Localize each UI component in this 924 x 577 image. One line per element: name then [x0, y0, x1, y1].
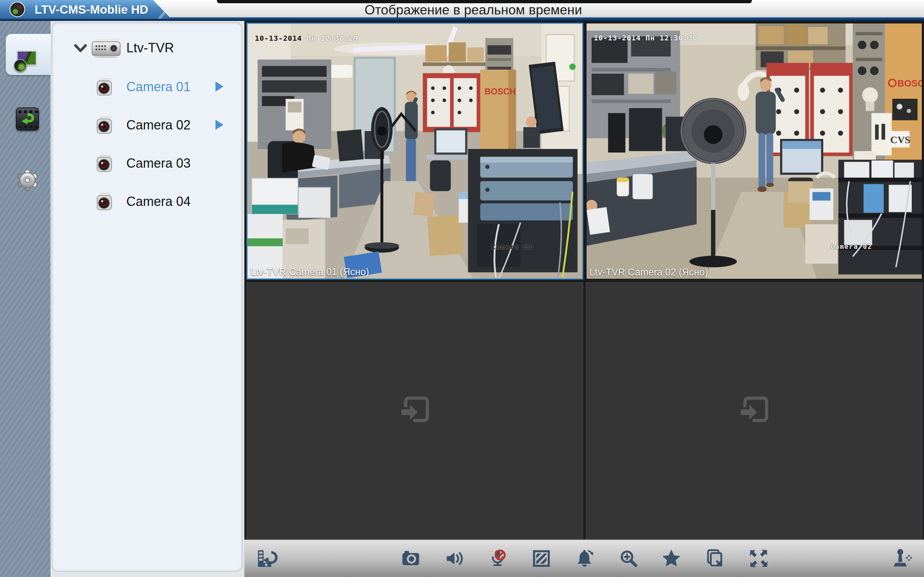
tree-row-device[interactable]: Ltv-TVR [52, 37, 242, 60]
snapshot-button[interactable] [396, 544, 425, 573]
nav-sidebar [0, 21, 51, 577]
microphone-off-icon [487, 548, 509, 570]
camera-icon [93, 115, 115, 138]
audio-icon [443, 548, 465, 570]
favorite-star-icon [660, 548, 683, 570]
fullscreen-icon [748, 548, 770, 570]
camera-icon [93, 153, 115, 176]
stream-quality-button[interactable] [527, 544, 556, 573]
bosch-sign: BOSCH [485, 87, 515, 96]
osd-time: 12:30:30 [660, 34, 697, 42]
close-all-button[interactable] [701, 544, 729, 573]
snapshot-icon [399, 548, 422, 570]
cvs-sign: CVS [890, 134, 910, 145]
ptz-control-icon [891, 548, 913, 570]
instant-playback-button[interactable] [252, 544, 281, 573]
app-logo-icon [10, 2, 25, 17]
device-name[interactable]: Ltv-TVR [126, 40, 174, 56]
osd-date: 10-13-2014 [594, 34, 641, 42]
tree-row-camera-01[interactable]: Camera 01 [52, 76, 242, 99]
chevron-down-icon[interactable] [73, 43, 88, 56]
settings-gear-icon [16, 169, 39, 192]
camera-name[interactable]: Camera 03 [126, 156, 191, 171]
osd-time: 12:30:29 [321, 34, 359, 43]
camera-icon [93, 191, 115, 214]
osd-timestamp: 10-13-2014 Пн 12:30:30 [594, 34, 697, 42]
video-tile-4[interactable] [586, 282, 922, 539]
live-view-lens-icon [14, 59, 27, 72]
bosch-sign: BOSCH [897, 78, 922, 89]
camera-icon [93, 76, 115, 100]
osd-timestamp: 10-13-2014 Пн 12:30:29 [255, 34, 359, 43]
camera-name[interactable]: Camera 02 [126, 118, 191, 133]
expand-arrow-icon[interactable] [215, 82, 223, 92]
microphone-off-button[interactable] [484, 544, 512, 573]
instant-playback-icon [255, 548, 278, 570]
app-window: Отображение в реальном времени LTV-CMS-M… [0, 0, 924, 577]
osd-camera-name: Camera 02 [830, 243, 872, 250]
audio-button[interactable] [440, 544, 469, 573]
stream-quality-icon [530, 548, 552, 570]
video-tile-1[interactable]: BOSCH CVS [247, 23, 583, 279]
playback-icon [16, 108, 39, 131]
osd-day: Пн [307, 34, 316, 43]
osd-day: Пн [645, 34, 655, 42]
bottom-toolbar [244, 539, 924, 577]
app-title: LTV-CMS-Moblie HD [35, 3, 149, 16]
nav-item-settings[interactable] [0, 160, 50, 203]
digital-zoom-icon [617, 548, 640, 570]
device-tree-panel: Ltv-TVR Camera 01 [52, 23, 242, 572]
tree-row-camera-02[interactable]: Camera 02 [52, 114, 242, 137]
add-stream-icon [737, 393, 772, 429]
camera-name[interactable]: Camera 01 [126, 79, 191, 95]
expand-arrow-icon[interactable] [215, 120, 223, 130]
tree-row-camera-03[interactable]: Camera 03 [52, 152, 242, 175]
osd-date: 10-13-2014 [255, 34, 302, 43]
add-stream-icon [398, 393, 432, 429]
video-stream-camera-02: BOSCH CVS [586, 23, 922, 279]
favorite-star-button[interactable] [657, 544, 686, 573]
dvr-device-icon [89, 38, 121, 60]
osd-camera-name: Camera 01 [492, 243, 533, 251]
video-tile-2[interactable]: BOSCH CVS [586, 23, 922, 279]
alarm-button[interactable] [571, 544, 599, 573]
nav-item-playback[interactable] [0, 97, 50, 140]
tree-row-camera-04[interactable]: Camera 04 [52, 190, 242, 213]
alarm-icon [574, 548, 596, 570]
top-bar: Отображение в реальном времени LTV-CMS-M… [0, 0, 924, 21]
fullscreen-button[interactable] [744, 544, 773, 573]
tile-caption: Ltv-TVR Camera 02 (Ясно) [590, 267, 708, 278]
video-stream-camera-01: BOSCH CVS [247, 24, 582, 279]
video-tile-3[interactable] [247, 282, 583, 539]
nav-item-live-view[interactable] [0, 32, 50, 75]
ptz-control-button[interactable] [888, 544, 916, 573]
page-title: Отображение в реальном времени [365, 3, 582, 18]
camera-name[interactable]: Camera 04 [126, 194, 191, 209]
close-all-icon [704, 548, 726, 570]
digital-zoom-button[interactable] [614, 544, 643, 573]
tile-caption: Ltv-TVR Camera 01 (Ясно) [250, 266, 369, 278]
